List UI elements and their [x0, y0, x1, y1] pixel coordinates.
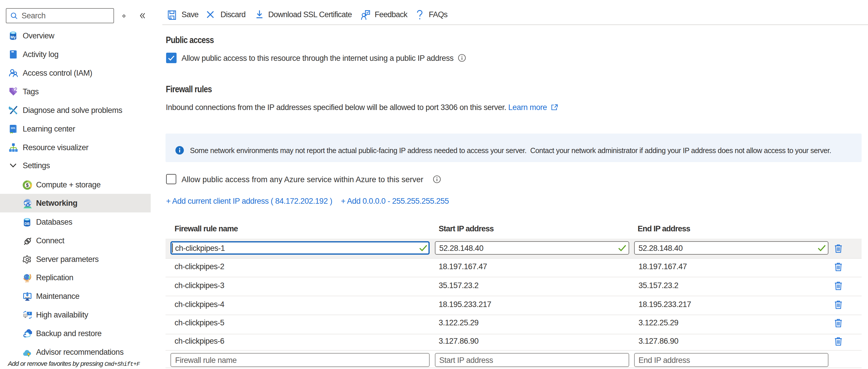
- svg-text:DB: DB: [25, 222, 30, 226]
- svg-text:101: 101: [10, 126, 16, 129]
- svg-text:My: My: [10, 35, 16, 39]
- svg-text:$: $: [26, 183, 29, 188]
